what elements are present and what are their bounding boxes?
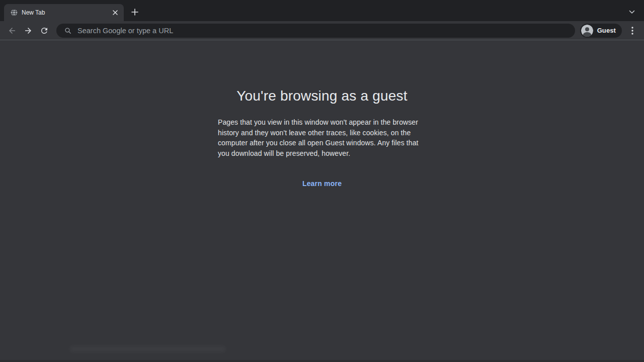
search-icon [64,27,71,34]
forward-button[interactable] [21,23,36,38]
guest-profile-label: Guest [597,27,616,34]
tab-title: New Tab [22,9,111,16]
tab-new-tab[interactable]: New Tab [4,4,124,21]
learn-more-link[interactable]: Learn more [302,179,342,188]
reload-button[interactable] [37,23,52,38]
plus-icon [131,9,138,16]
omnibox[interactable] [56,24,575,38]
reload-icon [40,26,49,35]
bottom-ghost-artifact [69,346,226,352]
window-bottom-edge [0,360,644,362]
guest-new-tab-page: You're browsing as a guest Pages that yo… [0,41,644,362]
tab-strip: New Tab [0,0,644,21]
page-title: You're browsing as a guest [236,88,408,104]
guest-description-text: Pages that you view in this window won't… [218,117,426,158]
tab-search-button[interactable] [625,5,639,19]
arrow-left-icon [8,26,17,35]
close-icon[interactable] [111,8,120,17]
omnibox-input[interactable] [77,27,569,35]
three-dot-vertical-icon [631,27,633,35]
chevron-down-icon [629,10,635,14]
globe-icon [11,9,18,16]
person-icon [581,25,593,37]
arrow-right-icon [24,26,33,35]
back-button[interactable] [5,23,20,38]
browser-menu-button[interactable] [625,23,640,38]
new-tab-button[interactable] [128,5,142,19]
guest-profile-button[interactable]: Guest [580,24,622,38]
toolbar: Guest [0,21,644,40]
